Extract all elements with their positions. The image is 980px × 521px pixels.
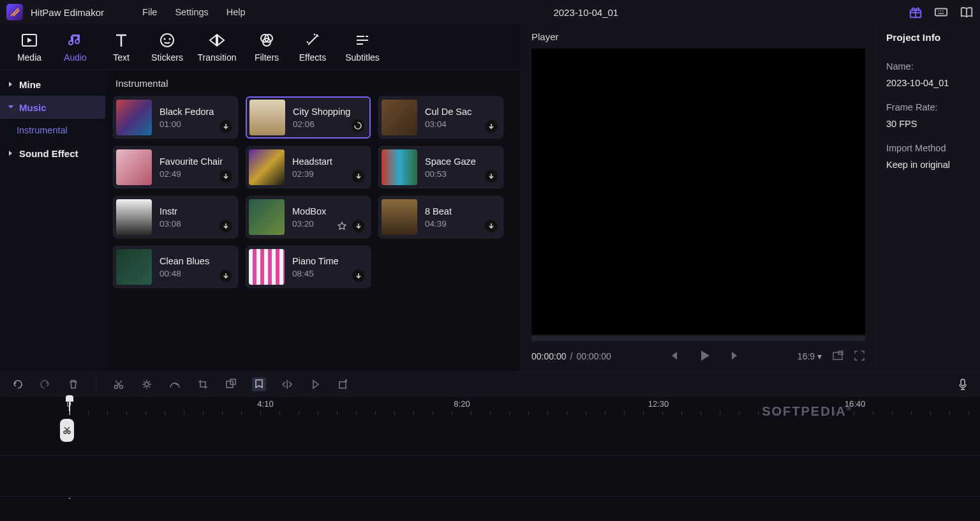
rail-instrumental[interactable]: Instrumental — [0, 119, 105, 142]
play-button[interactable] — [697, 349, 711, 365]
ruler-label: 8:20 — [454, 399, 470, 409]
rotate-icon[interactable] — [308, 377, 322, 391]
track-card[interactable]: Headstart02:39 — [246, 146, 371, 188]
clip-cut-handle[interactable] — [60, 419, 74, 442]
tool-text[interactable]: Text — [98, 32, 144, 63]
favorite-icon[interactable] — [336, 220, 348, 232]
download-icon[interactable] — [219, 120, 232, 133]
track-title: Cul De Sac — [425, 107, 471, 117]
tool-stickers[interactable]: Stickers — [144, 32, 190, 63]
track-duration: 03:20 — [292, 219, 326, 229]
download-icon[interactable] — [219, 220, 232, 232]
snapshot-icon[interactable] — [832, 350, 843, 363]
download-icon[interactable] — [352, 220, 365, 232]
track-thumbnail — [382, 199, 417, 235]
text-icon — [115, 32, 128, 49]
tool-media[interactable]: Media — [6, 32, 52, 63]
filters-icon — [259, 32, 274, 49]
stickers-icon — [160, 32, 175, 49]
aspect-ratio[interactable]: 16:9 ▾ — [798, 351, 822, 361]
download-icon[interactable] — [352, 269, 365, 282]
rail-mine[interactable]: Mine — [0, 73, 105, 96]
download-icon[interactable] — [219, 170, 232, 183]
player-scrubber[interactable] — [531, 336, 865, 341]
timeline-ruler[interactable]: 04:108:2012:3016:40 — [0, 396, 980, 415]
svg-rect-17 — [961, 379, 965, 386]
timeline-tracks[interactable] — [0, 415, 980, 498]
marker-icon[interactable] — [252, 377, 266, 391]
book-icon[interactable] — [960, 5, 974, 19]
track-title: Black Fedora — [160, 107, 214, 117]
mirror-icon[interactable] — [280, 377, 294, 391]
track-card[interactable]: Piano Time08:45 — [246, 246, 371, 288]
track-thumbnail — [116, 199, 152, 235]
track-duration: 04:39 — [425, 219, 452, 229]
rail-soundeffect[interactable]: Sound Effect — [0, 142, 105, 165]
fullscreen-icon[interactable] — [854, 350, 865, 363]
transition-icon — [209, 32, 225, 49]
download-icon[interactable] — [485, 220, 498, 232]
project-info-panel: Project Info Name: 2023-10-04_01 Frame R… — [877, 24, 980, 372]
track-card[interactable]: Black Fedora01:00 — [113, 96, 238, 139]
track-row[interactable] — [0, 456, 980, 497]
player-panel: Player 00:00:00 / 00:00:00 16:9 ▾ — [520, 24, 877, 372]
menu-help[interactable]: Help — [226, 7, 246, 17]
menubar: HitPaw Edimakor File Settings Help 2023-… — [0, 0, 980, 24]
adjust-icon[interactable] — [140, 377, 154, 391]
svg-point-11 — [115, 385, 118, 388]
timeline-toolbar — [0, 372, 980, 396]
track-card[interactable]: Space Gaze00:53 — [378, 146, 503, 188]
track-card[interactable]: Cul De Sac03:04 — [378, 96, 503, 139]
project-title: 2023-10-04_01 — [264, 7, 909, 18]
svg-point-3 — [161, 34, 174, 47]
time-total: 00:00:00 — [576, 351, 611, 361]
redo-icon[interactable] — [38, 377, 52, 391]
info-import-label: Import Method — [886, 143, 971, 153]
crop-icon[interactable] — [196, 377, 210, 391]
time-current: 00:00:00 — [531, 351, 567, 361]
track-card[interactable]: Favourite Chair02:49 — [113, 146, 238, 188]
rail-music[interactable]: Music — [0, 96, 105, 119]
menu-file[interactable]: File — [142, 7, 157, 17]
undo-icon[interactable] — [10, 377, 24, 391]
prev-frame-button[interactable] — [669, 349, 682, 364]
tool-filters[interactable]: Filters — [244, 32, 290, 63]
track-duration: 03:08 — [160, 219, 181, 229]
player-canvas[interactable] — [531, 49, 865, 335]
track-title: Favourite Chair — [160, 156, 223, 167]
track-row[interactable] — [0, 415, 980, 456]
track-card[interactable]: Clean Blues00:48 — [113, 246, 238, 288]
gift-icon[interactable] — [909, 5, 923, 19]
next-frame-button[interactable] — [727, 349, 739, 364]
download-icon[interactable] — [352, 170, 365, 183]
tool-effects[interactable]: Effects — [290, 32, 336, 63]
cut-icon[interactable] — [112, 377, 126, 391]
voiceover-icon[interactable] — [956, 377, 970, 391]
player-controls: 00:00:00 / 00:00:00 16:9 ▾ — [520, 341, 877, 372]
chevron-right-icon — [8, 81, 14, 87]
tool-audio[interactable]: Audio — [52, 32, 98, 63]
track-card[interactable]: 8 Beat04:39 — [378, 196, 503, 238]
speed-icon[interactable] — [168, 377, 182, 391]
track-card[interactable]: Instr03:08 — [113, 196, 238, 238]
detach-icon[interactable] — [224, 377, 238, 391]
loading-icon[interactable] — [352, 119, 364, 132]
download-icon[interactable] — [485, 120, 498, 133]
effects-icon — [305, 32, 320, 49]
track-duration: 00:53 — [425, 169, 476, 179]
content-panel: Instrumental Black Fedora01:00City Shopp… — [105, 70, 520, 372]
track-card[interactable]: City Shopping02:06 — [246, 96, 371, 139]
freeze-icon[interactable] — [336, 377, 350, 391]
tool-transition[interactable]: Transition — [190, 32, 244, 63]
menu-settings[interactable]: Settings — [175, 7, 208, 17]
track-thumbnail — [249, 100, 285, 135]
tool-subtitles[interactable]: Subtitles — [336, 32, 389, 63]
track-card[interactable]: ModBox03:20 — [246, 196, 371, 238]
content-header: Instrumental — [113, 75, 512, 96]
track-title: City Shopping — [293, 107, 350, 117]
download-icon[interactable] — [219, 269, 232, 282]
keyboard-icon[interactable] — [934, 5, 948, 19]
download-icon[interactable] — [485, 170, 498, 183]
delete-icon[interactable] — [66, 377, 80, 391]
subtitles-icon — [355, 32, 370, 49]
